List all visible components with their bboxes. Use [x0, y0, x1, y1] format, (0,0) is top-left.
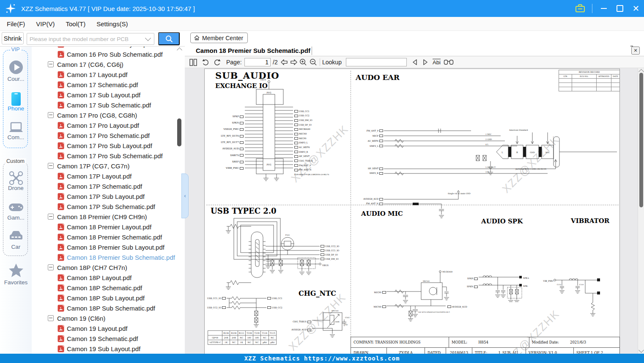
tree-item[interactable]: Camon 18 Premier (CH9 CH9n)	[32, 212, 185, 222]
tree-item[interactable]: Camon 17 Pro Schematic.pdf	[32, 130, 185, 140]
favorites-star-icon[interactable]	[8, 263, 24, 278]
search-binoculars-button[interactable]	[444, 58, 454, 67]
page-number-input[interactable]	[244, 58, 271, 66]
svg-text:GND: GND	[530, 151, 535, 154]
two-page-view-button[interactable]	[189, 58, 197, 67]
sidebar-item-game[interactable]: Gam...	[0, 214, 32, 221]
next-page-button[interactable]	[290, 58, 298, 67]
find-previous-button[interactable]	[411, 58, 418, 67]
pdf-scrollbar-thumb[interactable]	[639, 73, 643, 207]
tree-item[interactable]: Camon 18 Premier Layout.pdf	[32, 222, 185, 232]
tree-item[interactable]: Camon 17P Sub Layout.pdf	[32, 191, 185, 201]
sidebar-collapse-handle[interactable]: ‹	[181, 173, 189, 218]
tree-item-label: Camon 19 (Cl6n)	[57, 315, 105, 322]
shrink-button[interactable]: Shrink	[2, 32, 24, 44]
tree-item[interactable]: Camon 18 Premier Sub Schematic.pdf	[32, 252, 185, 262]
tree-item[interactable]: Camon 17P Schematic.pdf	[32, 181, 185, 191]
tree-item[interactable]: Camon 19 (Cl6n)	[32, 313, 185, 323]
zoom-in-button[interactable]	[299, 58, 307, 67]
sidebar-item-computer[interactable]: Com...	[0, 134, 32, 140]
tree-item[interactable]: Camon 17 Schematic.pdf	[32, 80, 185, 90]
search-button[interactable]	[158, 32, 180, 45]
maximize-button[interactable]	[615, 4, 625, 13]
rotate-right-button[interactable]	[213, 58, 222, 67]
audo-ear-pins-mid: HP_SENTSMP3_R	[357, 166, 383, 176]
tree-item[interactable]: Camon 17 (CG6, CG6j)	[32, 59, 185, 69]
tree-item-label: Camon 17 Pro Schematic.pdf	[67, 132, 150, 139]
tree-item[interactable]: Camon 18P Sub Schematic.pdf	[32, 303, 185, 313]
tree-item[interactable]: Camon 18P Schematic.pdf	[32, 283, 185, 293]
course-play-icon[interactable]	[8, 60, 24, 75]
model-search-field[interactable]	[27, 33, 154, 45]
net-label: USB_DM_IO	[294, 118, 332, 123]
tree-item-label: Camon 17P Sub Schematic.pdf	[67, 203, 155, 210]
dropdown-chevron-icon[interactable]	[145, 35, 151, 41]
tree-item[interactable]: Camon 19 Layout.pdf	[32, 323, 185, 333]
document-tab[interactable]: Camon 18 Premier Sub Schematic.pdf	[196, 45, 310, 56]
find-next-button[interactable]	[422, 58, 429, 67]
sidebar-item-phone[interactable]: Phone	[0, 105, 32, 112]
tree-item[interactable]: Camon 17P Layout.pdf	[32, 171, 185, 181]
svg-text:NC: NC	[345, 324, 348, 326]
close-button[interactable]: ✕	[631, 4, 641, 13]
menu-item[interactable]: File(F)	[7, 20, 25, 28]
tree-item[interactable]: Camon 17P (CG7, CG7n)	[32, 161, 185, 171]
collapse-expander-icon[interactable]	[48, 315, 54, 321]
tree-scrollbar-thumb[interactable]	[177, 118, 181, 146]
menu-item[interactable]: Settings(S)	[96, 20, 128, 28]
tree-item[interactable]: Camon 17P Sub Schematic.pdf	[32, 201, 185, 212]
net-label: SPK+	[523, 274, 536, 282]
member-center-button[interactable]: Member Center	[190, 33, 248, 43]
tree-item[interactable]: Camon 18 Premier Schematic.pdf	[32, 232, 185, 242]
gamepad-icon[interactable]	[8, 203, 24, 212]
sidebar-item-course[interactable]: Cour...	[0, 76, 32, 82]
svg-text:JACK-K4K-5PIN-11.65R1.2X3-R3.V: JACK-K4K-5PIN-11.65R1.2X3-R3.V9	[515, 168, 546, 170]
tree-item[interactable]: Camon 17 Pro Sub Schematic.pdf	[32, 151, 185, 161]
menu-item[interactable]: VIP(V)	[36, 20, 55, 28]
collapse-expander-icon[interactable]	[48, 61, 54, 67]
net-label: USB_DP_IO	[294, 123, 332, 127]
collapse-expander-icon[interactable]	[48, 112, 54, 118]
license-briefcase-icon[interactable]	[575, 4, 585, 13]
pdf-viewport[interactable]: XZZ@XZZHK XZZ@XZZHK XZZ@XZZHK XZZ@XZZHK …	[185, 68, 644, 354]
rotate-left-button[interactable]	[201, 58, 210, 67]
lookup-input[interactable]	[346, 58, 407, 66]
tree-item[interactable]: Camon 16 Pro Sub Schematic.pdf	[32, 49, 185, 59]
tree-item[interactable]: Camon 18P Sub Layout.pdf	[32, 293, 185, 303]
sidebar-item-favorites[interactable]: Favorites	[0, 279, 32, 286]
tree-item[interactable]: Camon 17 Pro Layout.pdf	[32, 120, 185, 130]
sidebar-item-drone[interactable]: Drone	[0, 185, 32, 191]
zoom-out-button[interactable]	[309, 58, 318, 67]
tree-item[interactable]: Camon 17 Pro (CG8, CG8h)	[32, 110, 185, 120]
text-select-button[interactable]: Abi	[433, 58, 441, 67]
tree-item[interactable]: Camon 19 Sub Layout.pdf	[32, 344, 185, 354]
close-document-icon[interactable]: ✕	[631, 47, 640, 55]
menu-item[interactable]: Tool(T)	[66, 20, 86, 28]
scroll-down-icon[interactable]	[639, 347, 644, 353]
car-icon[interactable]	[8, 230, 24, 242]
collapse-expander-icon[interactable]	[48, 264, 54, 270]
collapse-expander-icon[interactable]	[48, 163, 54, 169]
model-search-input[interactable]	[27, 34, 146, 44]
tree-item-label: Camon 18P Sub Layout.pdf	[67, 294, 145, 302]
phone-icon[interactable]	[10, 91, 22, 107]
pdf-scrollbar[interactable]	[638, 68, 644, 354]
computer-icon[interactable]	[8, 121, 24, 134]
sidebar-item-car[interactable]: Car	[0, 244, 32, 250]
svg-text:4 L: 4 L	[485, 143, 488, 146]
drone-icon[interactable]	[9, 171, 23, 185]
minimize-button[interactable]	[599, 4, 608, 13]
net-label: SPKP	[466, 275, 478, 283]
collapse-expander-icon[interactable]	[48, 214, 54, 220]
net-label: LTE_RFI_OUT6	[208, 133, 244, 139]
tree-item[interactable]: Camon 17 Layout.pdf	[32, 69, 185, 80]
tree-item[interactable]: Camon 19 Schematic.pdf	[32, 333, 185, 344]
tree-item[interactable]: Camon 18P (CH7 CH7n)	[32, 262, 185, 272]
tree-item[interactable]: Camon 18 Premier Sub Layout.pdf	[32, 242, 185, 252]
previous-page-button[interactable]	[280, 58, 288, 67]
tree-item[interactable]: Camon 18P Layout.pdf	[32, 272, 185, 283]
tree-item[interactable]: Camon 17 Pro Sub Layout.pdf	[32, 140, 185, 151]
tree-item[interactable]: Camon 17 Sub Schematic.pdf	[32, 100, 185, 110]
tree-item[interactable]: Camon 17 Sub Layout.pdf	[32, 90, 185, 100]
version-cell: VERSION: V1.0	[526, 347, 573, 354]
